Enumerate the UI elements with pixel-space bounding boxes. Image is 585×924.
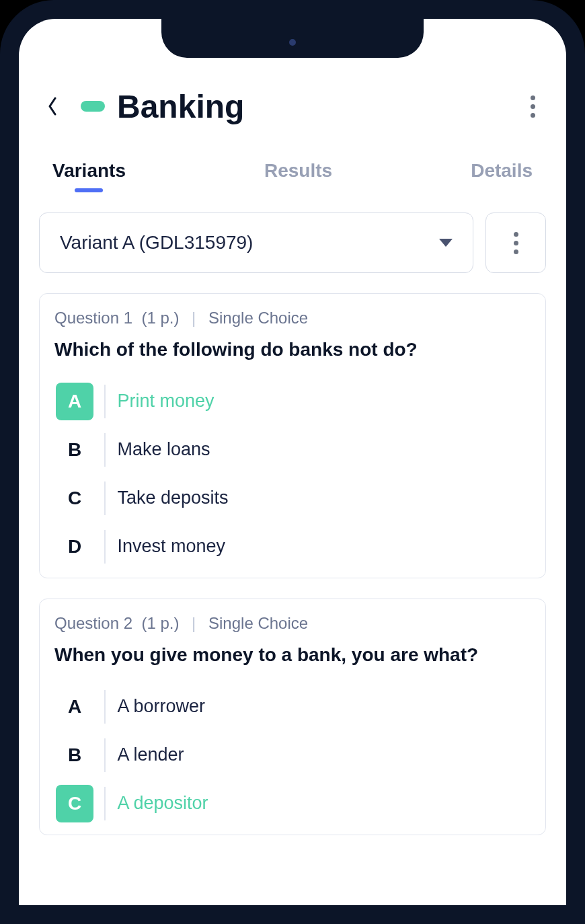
page-title: Banking: [117, 88, 244, 125]
question-type: Single Choice: [208, 614, 308, 632]
header: Banking: [19, 79, 566, 133]
question-meta: Question 1 (1 p.) | Single Choice: [54, 309, 531, 328]
question-card: Question 1 (1 p.) | Single Choice Which …: [39, 293, 546, 578]
answer-option[interactable]: A Print money: [54, 377, 531, 426]
tab-results[interactable]: Results: [264, 160, 332, 192]
variant-row: Variant A (GDL315979): [19, 192, 566, 273]
more-vertical-icon: [514, 232, 518, 254]
header-more-button[interactable]: [519, 93, 546, 120]
question-prompt: Which of the following do banks not do?: [54, 337, 531, 362]
answer-option[interactable]: C Take deposits: [54, 474, 531, 523]
variant-more-button[interactable]: [485, 213, 546, 273]
meta-separator: |: [192, 614, 196, 632]
option-text: A lender: [118, 744, 184, 765]
answer-option[interactable]: C A depositor: [54, 779, 531, 828]
tab-details[interactable]: Details: [471, 160, 533, 192]
more-vertical-icon: [531, 95, 535, 118]
meta-separator: |: [192, 309, 196, 327]
tab-variants[interactable]: Variants: [52, 160, 126, 192]
option-text: A borrower: [118, 696, 206, 717]
option-letter: B: [56, 431, 93, 469]
caret-down-icon: [439, 239, 453, 247]
option-divider: [104, 738, 106, 772]
option-divider: [104, 690, 106, 724]
app-content: Banking Variants Results Details Variant…: [19, 19, 566, 905]
option-text: Make loans: [118, 439, 210, 460]
chevron-left-icon: [47, 97, 58, 116]
option-text: A depositor: [118, 793, 208, 814]
question-points: (1 p.): [141, 614, 179, 632]
back-button[interactable]: [39, 93, 66, 120]
option-divider: [104, 385, 106, 418]
question-prompt: When you give money to a bank, you are w…: [54, 642, 531, 668]
option-letter: A: [56, 688, 93, 726]
option-letter: C: [56, 479, 93, 517]
answer-option[interactable]: D Invest money: [54, 523, 531, 571]
phone-notch: [161, 19, 424, 58]
option-divider: [104, 433, 106, 467]
accent-pill-icon: [81, 101, 105, 112]
option-letter: A: [56, 383, 93, 420]
question-number: Question 2: [54, 614, 132, 632]
option-letter: B: [56, 736, 93, 774]
option-divider: [104, 787, 106, 820]
question-number: Question 1: [54, 309, 132, 327]
option-divider: [104, 482, 106, 515]
option-letter: C: [56, 785, 93, 822]
variant-select[interactable]: Variant A (GDL315979): [39, 213, 473, 273]
phone-screen: Banking Variants Results Details Variant…: [19, 19, 566, 905]
question-points: (1 p.): [141, 309, 179, 327]
option-text: Print money: [118, 391, 214, 412]
tabs: Variants Results Details: [19, 133, 566, 192]
question-meta: Question 2 (1 p.) | Single Choice: [54, 614, 531, 633]
answer-option[interactable]: B A lender: [54, 731, 531, 779]
option-divider: [104, 530, 106, 564]
answer-option[interactable]: B Make loans: [54, 426, 531, 474]
question-card: Question 2 (1 p.) | Single Choice When y…: [39, 599, 546, 835]
option-text: Take deposits: [118, 488, 229, 508]
option-text: Invest money: [118, 536, 226, 557]
variant-select-value: Variant A (GDL315979): [60, 232, 253, 254]
answer-option[interactable]: A A borrower: [54, 683, 531, 731]
question-type: Single Choice: [208, 309, 308, 327]
phone-frame: Banking Variants Results Details Variant…: [0, 0, 585, 924]
option-letter: D: [56, 528, 93, 566]
